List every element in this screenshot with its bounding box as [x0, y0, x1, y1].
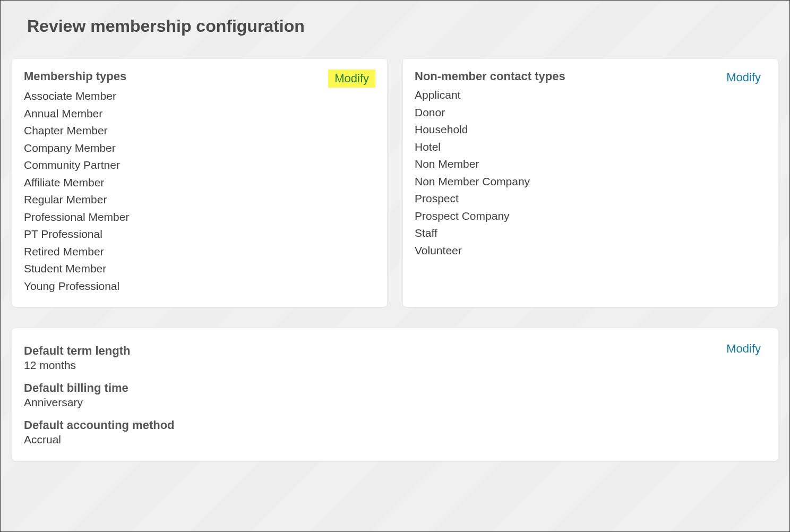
list-item: Young Professional	[24, 278, 375, 295]
card-header: Membership types Modify	[24, 70, 375, 88]
list-item: Applicant	[415, 87, 766, 104]
default-accounting-method-label: Default accounting method	[24, 418, 766, 432]
list-item: Professional Member	[24, 209, 375, 226]
list-item: Non Member Company	[415, 173, 766, 191]
default-accounting-method-group: Default accounting method Accrual	[24, 418, 766, 446]
default-billing-time-value: Anniversary	[24, 396, 766, 409]
non-member-types-title: Non-member contact types	[415, 70, 565, 83]
default-term-length-label: Default term length	[24, 344, 766, 358]
list-item: Retired Member	[24, 243, 375, 261]
page-title: Review membership configuration	[1, 1, 789, 49]
list-item: Prospect	[415, 190, 766, 208]
list-item: Chapter Member	[24, 122, 375, 140]
default-term-length-value: 12 months	[24, 359, 766, 372]
list-item: PT Professional	[24, 226, 375, 243]
defaults-card: Modify Default term length 12 months Def…	[12, 328, 778, 461]
default-accounting-method-value: Accrual	[24, 433, 766, 446]
membership-types-card: Membership types Modify Associate Member…	[12, 59, 387, 307]
list-item: Associate Member	[24, 88, 375, 105]
list-item: Affiliate Member	[24, 174, 375, 192]
non-member-types-list: Applicant Donor Household Hotel Non Memb…	[415, 87, 766, 259]
list-item: Staff	[415, 225, 766, 242]
membership-types-title: Membership types	[24, 70, 126, 83]
default-billing-time-group: Default billing time Anniversary	[24, 381, 766, 409]
cards-row: Membership types Modify Associate Member…	[1, 49, 789, 307]
list-item: Hotel	[415, 139, 766, 156]
list-item: Prospect Company	[415, 208, 766, 225]
modify-membership-types-link[interactable]: Modify	[328, 70, 375, 88]
membership-types-list: Associate Member Annual Member Chapter M…	[24, 88, 375, 295]
default-billing-time-label: Default billing time	[24, 381, 766, 395]
list-item: Regular Member	[24, 191, 375, 209]
list-item: Household	[415, 121, 766, 139]
list-item: Student Member	[24, 260, 375, 278]
list-item: Community Partner	[24, 157, 375, 174]
page-content: Review membership configuration Membersh…	[1, 1, 789, 461]
list-item: Volunteer	[415, 242, 766, 260]
card-header: Non-member contact types Modify	[415, 70, 766, 87]
list-item: Non Member	[415, 156, 766, 173]
page-frame: Review membership configuration Membersh…	[0, 0, 790, 532]
list-item: Donor	[415, 104, 766, 122]
list-item: Company Member	[24, 140, 375, 157]
list-item: Annual Member	[24, 105, 375, 123]
modify-non-member-types-link[interactable]: Modify	[721, 70, 766, 85]
modify-defaults-link[interactable]: Modify	[721, 341, 766, 357]
non-member-types-card: Non-member contact types Modify Applican…	[403, 59, 778, 307]
default-term-length-group: Default term length 12 months	[24, 344, 766, 372]
